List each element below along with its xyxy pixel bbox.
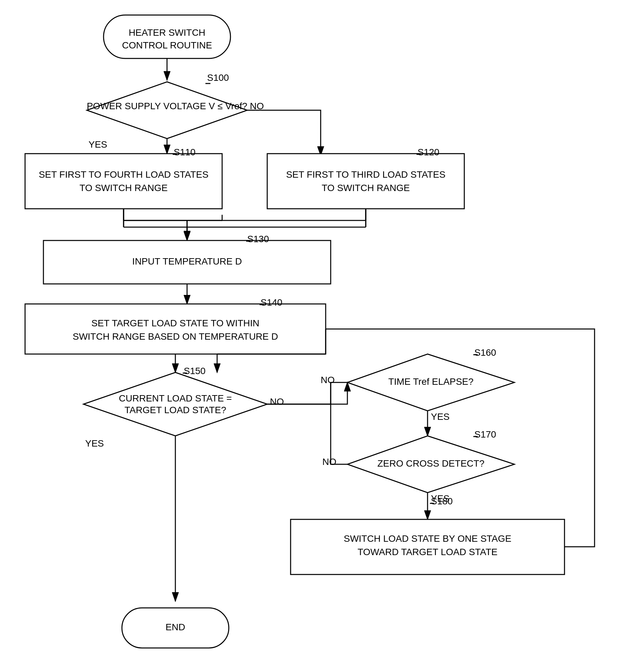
s130-node: INPUT TEMPERATURE D — [43, 241, 331, 284]
svg-text:SWITCH LOAD STATE BY ONE STAGE: SWITCH LOAD STATE BY ONE STAGE — [344, 534, 512, 544]
s110-label: S110 — [174, 147, 195, 157]
s110-node: SET FIRST TO FOURTH LOAD STATES TO SWITC… — [25, 154, 222, 209]
svg-rect-9 — [25, 154, 222, 209]
s100-node: POWER SUPPLY VOLTAGE V ≤ Vref? — [87, 82, 248, 139]
s150-label: S150 — [184, 366, 205, 376]
s170-no-label: NO — [322, 457, 336, 467]
svg-text:TO SWITCH RANGE: TO SWITCH RANGE — [80, 183, 168, 193]
svg-text:CONTROL ROUTINE: CONTROL ROUTINE — [122, 40, 212, 50]
svg-text:TARGET LOAD STATE?: TARGET LOAD STATE? — [125, 405, 226, 415]
svg-text:ZERO CROSS DETECT?: ZERO CROSS DETECT? — [377, 458, 484, 469]
s180-label: S180 — [431, 496, 453, 506]
s150-no-label: NO — [270, 396, 284, 407]
s160-yes-label: YES — [431, 412, 450, 422]
svg-text:TO SWITCH RANGE: TO SWITCH RANGE — [322, 183, 410, 193]
svg-text:TOWARD TARGET LOAD STATE: TOWARD TARGET LOAD STATE — [357, 547, 497, 557]
svg-rect-13 — [267, 154, 464, 209]
s160-no-label: NO — [321, 375, 335, 385]
s180-node: SWITCH LOAD STATE BY ONE STAGE TOWARD TA… — [291, 519, 564, 575]
svg-text:POWER SUPPLY VOLTAGE V ≤ Vref?: POWER SUPPLY VOLTAGE V ≤ Vref? — [87, 101, 248, 111]
svg-marker-29 — [83, 372, 267, 436]
flowchart-diagram: HEATER SWITCH CONTROL ROUTINE S100 POWER… — [0, 0, 644, 664]
svg-text:END: END — [165, 622, 185, 632]
s120-label: S120 — [417, 147, 439, 157]
s100-label: S100 — [207, 72, 229, 83]
start-node: HEATER SWITCH CONTROL ROUTINE — [104, 15, 230, 59]
s150-yes-label: YES — [85, 438, 104, 449]
s170-label: S170 — [474, 429, 496, 439]
end-node: END — [122, 608, 229, 648]
s120-node: SET FIRST TO THIRD LOAD STATES TO SWITCH… — [267, 154, 464, 209]
s160-label: S160 — [474, 347, 496, 358]
s140-label: S140 — [261, 297, 282, 308]
svg-rect-24 — [25, 304, 326, 354]
svg-text:SET FIRST TO THIRD LOAD STATES: SET FIRST TO THIRD LOAD STATES — [286, 169, 445, 180]
s150-node: CURRENT LOAD STATE = TARGET LOAD STATE? — [83, 372, 267, 436]
svg-text:SWITCH RANGE BASED ON TEMPERAT: SWITCH RANGE BASED ON TEMPERATURE D — [72, 331, 278, 342]
s140-node: SET TARGET LOAD STATE TO WITHIN SWITCH R… — [25, 304, 326, 354]
s170-node: ZERO CROSS DETECT? — [347, 436, 514, 493]
s130-label: S130 — [247, 234, 269, 244]
svg-text:INPUT TEMPERATURE D: INPUT TEMPERATURE D — [132, 256, 242, 267]
svg-text:TIME Tref ELAPSE?: TIME Tref ELAPSE? — [388, 376, 473, 387]
svg-text:SET TARGET LOAD STATE TO WITHI: SET TARGET LOAD STATE TO WITHIN — [91, 318, 259, 328]
s100-yes-label: YES — [88, 139, 107, 150]
svg-text:CURRENT LOAD STATE =: CURRENT LOAD STATE = — [119, 393, 232, 403]
s160-node: TIME Tref ELAPSE? — [347, 354, 514, 411]
svg-text:SET FIRST TO FOURTH LOAD STATE: SET FIRST TO FOURTH LOAD STATES — [39, 169, 208, 180]
svg-text:HEATER SWITCH: HEATER SWITCH — [129, 27, 205, 38]
